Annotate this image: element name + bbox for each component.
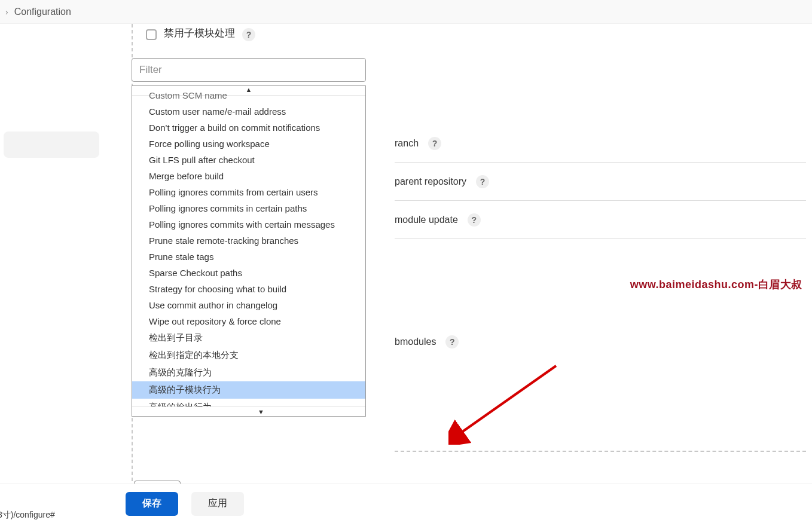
help-icon[interactable]: ? [428, 137, 441, 150]
dropdown-item[interactable]: Use commit author in changelog [132, 297, 365, 313]
filter-input[interactable] [132, 58, 366, 82]
help-icon[interactable]: ? [476, 175, 489, 188]
dropdown-item[interactable]: Prune stale tags [132, 249, 365, 265]
help-icon[interactable]: ? [468, 213, 481, 227]
dropdown-item[interactable]: Polling ignores commits in certain paths [132, 200, 365, 216]
dropdown-item[interactable]: Don't trigger a build on commit notifica… [132, 120, 365, 136]
help-icon[interactable]: ? [242, 28, 255, 41]
dropdown-item[interactable]: Strategy for choosing what to build [132, 281, 365, 297]
dropdown-item[interactable]: 检出到指定的本地分支 [132, 347, 365, 364]
help-icon[interactable]: ? [445, 335, 459, 348]
dropdown-item[interactable]: 检出到子目录 [132, 329, 365, 347]
dropdown-item[interactable]: Sparse Checkout paths [132, 265, 365, 281]
dropdown-item[interactable]: Git LFS pull after checkout [132, 152, 365, 168]
dropdown-item[interactable]: Polling ignores commits with certain mes… [132, 216, 365, 233]
status-url: 3寸)/configure# [0, 510, 55, 521]
breadcrumb-item[interactable]: Configuration [14, 7, 71, 17]
sidebar [0, 24, 102, 523]
bg-row: bmodules ? [395, 334, 806, 361]
dropdown-item[interactable]: Merge before build [132, 168, 365, 184]
dropdown-item[interactable]: 高级的克隆行为 [132, 364, 365, 381]
dropdown-item[interactable]: Prune stale remote-tracking branches [132, 233, 365, 249]
checkbox-label: 禁用子模块处理 [164, 26, 235, 40]
watermark-text: www.baimeidashu.com-白眉大叔 [630, 277, 802, 292]
dropdown-item[interactable]: 高级的子模块行为 [132, 381, 365, 399]
background-options: ranch ? parent repository ? module updat… [395, 135, 806, 452]
action-bar: 保存 应用 [0, 484, 812, 523]
save-button[interactable]: 保存 [126, 492, 178, 516]
bg-row: ranch ? [395, 135, 806, 163]
scroll-down-icon[interactable]: ▼ [132, 406, 365, 416]
checkbox-row-disable-submodule: 禁用子模块处理 ? [146, 27, 812, 41]
dropdown-item[interactable]: Polling ignores commits from certain use… [132, 184, 365, 200]
dropdown-item[interactable]: Force polling using workspace [132, 136, 365, 152]
chevron-right-icon: › [5, 7, 8, 17]
sidebar-item-active[interactable] [4, 131, 99, 158]
section-divider [395, 451, 806, 452]
bg-row: parent repository ? [395, 173, 806, 201]
checkbox-icon[interactable] [146, 29, 157, 40]
breadcrumb: ) › Configuration [0, 0, 812, 24]
dropdown-item[interactable]: Wipe out repository & force clone [132, 313, 365, 329]
bg-row: module update ? [395, 212, 806, 239]
behaviour-dropdown[interactable]: ▲ Custom SCM nameCustom user name/e-mail… [132, 85, 366, 417]
dropdown-item[interactable]: Custom user name/e-mail address [132, 103, 365, 120]
apply-button[interactable]: 应用 [191, 492, 244, 516]
